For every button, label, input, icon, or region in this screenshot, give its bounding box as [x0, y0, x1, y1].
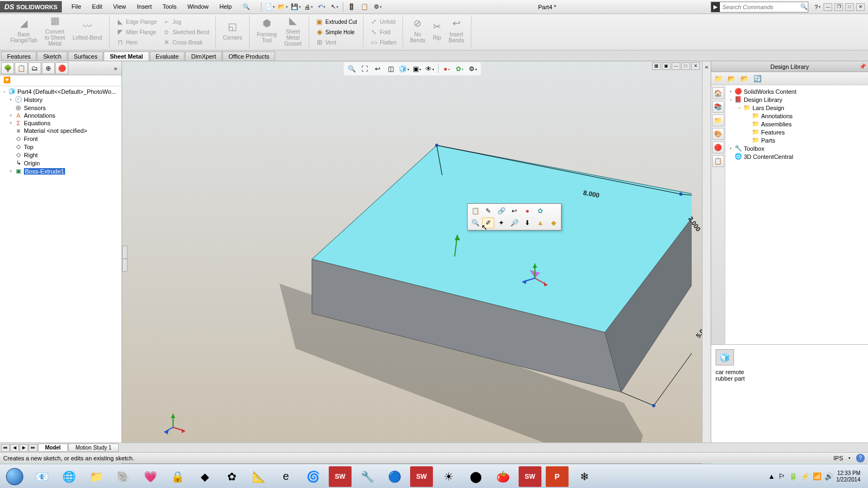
view-orientation-button[interactable]: 🧊	[398, 63, 410, 74]
simple-hole-button[interactable]: ◉Simple Hole	[312, 27, 360, 37]
dl-node-lars[interactable]: −📁Lars Design	[727, 104, 866, 112]
task-app-tomato[interactable]: 🍅	[492, 466, 514, 487]
appearance-button[interactable]: ●	[441, 63, 452, 74]
zoom-area-button[interactable]: ⛶	[359, 63, 371, 74]
task-powerpoint[interactable]: P	[546, 466, 569, 487]
collapse-panel-button[interactable]: ⋮	[122, 246, 127, 272]
flatten-button[interactable]: ▭Flatten	[367, 37, 399, 48]
start-button[interactable]	[2, 466, 27, 487]
dl-node-asm[interactable]: 📁Assemblies	[727, 120, 866, 128]
pin-icon[interactable]: 📌	[859, 63, 866, 69]
ctx-zoom-sel-button[interactable]: 🔍	[469, 217, 481, 228]
options-button[interactable]: 📋	[359, 2, 371, 12]
doc-close-button[interactable]: ✕	[691, 62, 700, 70]
graphics-area[interactable]: ⋮ 🔍 ⛶ ↩ ◫ 🧊 ▣ 👁 ● ✿ ⚙ ▦ ▣ — □ ✕	[122, 61, 702, 464]
task-sw2[interactable]: SW	[410, 466, 433, 487]
doc-min-button[interactable]: —	[672, 62, 680, 70]
view-settings-button[interactable]: ⚙	[467, 63, 478, 74]
ctx-move-button[interactable]: ▲	[534, 217, 546, 228]
tree-annotations[interactable]: +AAnnotations	[0, 112, 122, 119]
tray-up-icon[interactable]: ▲	[768, 472, 775, 480]
fm-filter[interactable]: 🔽	[0, 75, 122, 86]
tab-office-products[interactable]: Office Products	[222, 52, 275, 61]
task-gotomeeting[interactable]: ❄	[573, 466, 596, 487]
tree-material[interactable]: ≡Material <not specified>	[0, 127, 122, 134]
tray-b-icon[interactable]: ⚡	[801, 472, 809, 480]
dl-add-button[interactable]: 📂	[738, 73, 750, 84]
task-composer[interactable]: 🔧	[356, 466, 379, 487]
tab-sketch[interactable]: Sketch	[37, 52, 67, 61]
print-button[interactable]: 🖨	[303, 2, 315, 12]
menu-search-icon[interactable]: 🔍	[237, 2, 256, 12]
tp-view-palette-button[interactable]: 🎨	[712, 128, 724, 140]
menu-tools[interactable]: Tools	[157, 2, 182, 12]
tree-right[interactable]: ◇Right	[0, 151, 122, 159]
sheet-first-button[interactable]: ⏮	[1, 444, 10, 452]
tree-root[interactable]: −🧊Part4 (Default<<Default>_PhotoWo...	[0, 87, 122, 95]
convert-sheet-button[interactable]: ▦Convert to Sheet Metal	[41, 16, 68, 48]
tray-net-icon[interactable]: 📶	[813, 472, 821, 480]
tray-a-icon[interactable]: 🔋	[789, 472, 797, 480]
prev-view-button[interactable]: ↩	[372, 63, 384, 74]
cross-break-button[interactable]: ✕Cross-Break	[159, 37, 212, 48]
fm-tab-property[interactable]: 📋	[15, 62, 28, 74]
help-drop-button[interactable]: ?	[812, 2, 824, 12]
tab-dimxpert[interactable]: DimXpert	[185, 52, 222, 61]
base-flange-button[interactable]: ◢Base Flange/Tab	[7, 19, 41, 45]
task-chrome[interactable]: 🌐	[58, 466, 80, 487]
tp-design-library-button[interactable]: 📚	[712, 101, 724, 113]
dl-node-feat[interactable]: 📁Features	[727, 128, 866, 136]
task-draftsight[interactable]: 📐	[247, 466, 270, 487]
task-app-dark[interactable]: ◆	[193, 466, 216, 487]
sheet-prev-button[interactable]: ◀	[10, 444, 19, 452]
ctx-sketch-button[interactable]: ✐	[482, 217, 494, 228]
ctx-3dsketch-button[interactable]: ✦	[495, 217, 507, 228]
task-app-flower[interactable]: ✿	[220, 466, 243, 487]
fm-tab-dimxpert[interactable]: ⊕	[42, 62, 55, 74]
scene-button[interactable]: ✿	[454, 63, 465, 74]
task-evernote[interactable]: 🐘	[112, 466, 135, 487]
tray-vol-icon[interactable]: 🔊	[825, 472, 833, 480]
insert-bends-button[interactable]: ↩Insert Bends	[445, 19, 468, 45]
doc-b-button[interactable]: ▣	[662, 62, 671, 70]
options-drop-button[interactable]: ⚙	[372, 2, 384, 12]
open-button[interactable]: 📂	[277, 2, 289, 12]
task-app-lock[interactable]: 🔒	[166, 466, 189, 487]
tree-sensors[interactable]: ◎Sensors	[0, 104, 122, 112]
task-edrawings[interactable]: e	[275, 466, 297, 487]
ctx-delete-button[interactable]: ◆	[547, 217, 559, 228]
extruded-cut-button[interactable]: ▣Extruded Cut	[312, 17, 360, 27]
sheet-model-tab[interactable]: Model	[38, 444, 68, 452]
gusset-button[interactable]: ◣Sheet Metal Gusset	[280, 16, 305, 48]
restore-button[interactable]: ❐	[834, 3, 843, 11]
menu-insert[interactable]: Insert	[131, 2, 157, 12]
task-sw1[interactable]: SW	[329, 466, 352, 487]
hide-show-button[interactable]: 👁	[424, 63, 436, 74]
task-explorer[interactable]: 📁	[85, 466, 107, 487]
preview-thumb-icon[interactable]: 🧊	[716, 349, 734, 365]
tree-equations[interactable]: +ΣEquations	[0, 119, 122, 127]
maximize-button[interactable]: □	[845, 3, 854, 11]
tree-history[interactable]: +🕘History	[0, 95, 122, 104]
miter-flange-button[interactable]: ◤Miter Flange	[113, 27, 159, 37]
ctx-suppress-button[interactable]: ↩	[508, 206, 520, 216]
ctx-normal-button[interactable]: ⬇	[521, 217, 533, 228]
ctx-edit-feature-button[interactable]: ✎	[482, 206, 494, 216]
forming-tool-button[interactable]: ⬢Forming Tool	[253, 19, 280, 45]
dim-5[interactable]: 5.000	[694, 322, 702, 339]
taskbar-clock[interactable]: 12:33 PM 1/22/2014	[837, 470, 864, 483]
menu-window[interactable]: Window	[182, 2, 214, 12]
dl-node-designlib[interactable]: −📕Design Library	[727, 95, 866, 104]
lofted-bend-button[interactable]: 〰Lofted-Bend	[69, 22, 106, 42]
dl-node-toolbox[interactable]: +🔧Toolbox	[727, 144, 866, 152]
tp-resources-button[interactable]: 🏠	[712, 87, 724, 99]
save-button[interactable]: 💾	[290, 2, 302, 12]
sheet-motion-tab[interactable]: Motion Study 1	[68, 444, 119, 452]
section-view-button[interactable]: ◫	[385, 63, 397, 74]
search-icon[interactable]: 🔍	[800, 3, 808, 10]
search-input[interactable]	[720, 4, 800, 10]
tab-surfaces[interactable]: Surfaces	[68, 52, 103, 61]
tp-file-explorer-button[interactable]: 📁	[712, 114, 724, 126]
dl-node-parts[interactable]: 📁Parts	[727, 136, 866, 144]
sheet-next-button[interactable]: ▶	[20, 444, 28, 452]
